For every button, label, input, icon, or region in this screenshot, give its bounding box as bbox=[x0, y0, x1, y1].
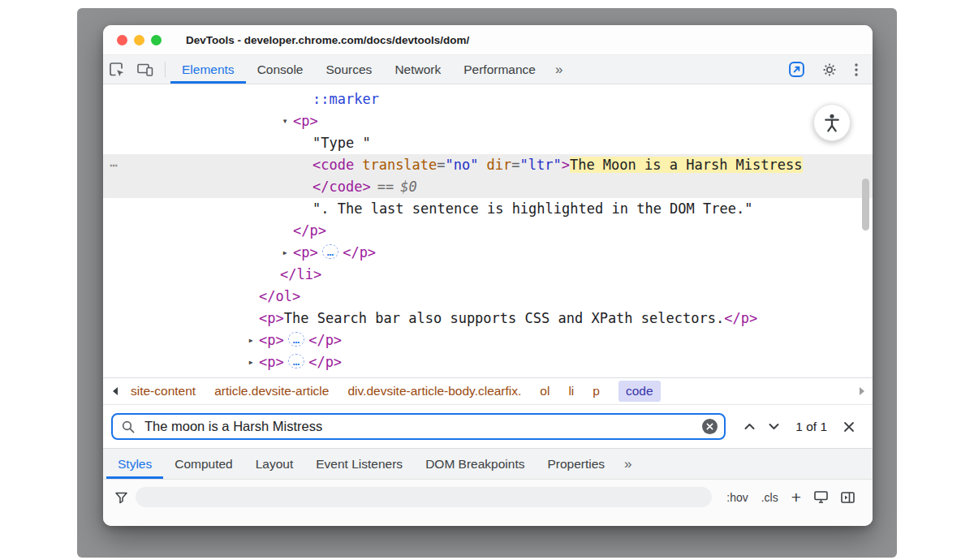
tab-layout[interactable]: Layout bbox=[244, 449, 305, 479]
collapsed-content-ellipsis[interactable]: … bbox=[288, 354, 304, 368]
attribute-name: translate bbox=[362, 157, 437, 173]
scrollbar-thumb[interactable] bbox=[862, 179, 869, 230]
toggle-pseudo-state-button[interactable]: :hov bbox=[720, 491, 754, 504]
dom-tree-line[interactable]: "Type " bbox=[103, 132, 873, 154]
tag-token: </p> bbox=[293, 222, 326, 239]
tab-performance[interactable]: Performance bbox=[452, 55, 547, 84]
dom-tree-line[interactable]: ▸<p>…</p> bbox=[103, 242, 873, 264]
dom-tree-line[interactable]: <p>The Search bar also supports CSS and … bbox=[103, 308, 873, 330]
dom-tree-line[interactable]: ▸<p>…</p> bbox=[103, 330, 873, 351]
filter-funnel-icon[interactable] bbox=[114, 491, 128, 504]
breadcrumb-item[interactable]: p bbox=[593, 384, 600, 398]
tab-dom-breakpoints[interactable]: DOM Breakpoints bbox=[414, 449, 536, 479]
tag-token: > bbox=[562, 157, 570, 173]
collapsed-content-ellipsis[interactable]: … bbox=[288, 332, 304, 347]
breadcrumb-item[interactable]: li bbox=[568, 384, 574, 398]
tag-token: <p> bbox=[293, 113, 318, 129]
pseudo-element-text: ::marker bbox=[312, 91, 379, 107]
dom-tree-line[interactable]: ". The last sentence is highlighted in t… bbox=[103, 198, 873, 220]
tag-token: </ol> bbox=[259, 288, 300, 304]
breadcrumb-item[interactable]: ol bbox=[540, 384, 549, 398]
expand-arrow-icon[interactable]: ▸ bbox=[245, 330, 256, 351]
element-classes-button[interactable]: .cls bbox=[755, 491, 785, 504]
dom-tree-line-selected[interactable]: ⋯<codetranslate="no"dir="ltr">The Moon i… bbox=[103, 154, 873, 176]
search-input-container[interactable] bbox=[111, 413, 726, 440]
breadcrumb-scroll-left-button[interactable] bbox=[108, 378, 122, 404]
breadcrumb-item-code[interactable]: code bbox=[618, 381, 661, 402]
tab-computed[interactable]: Computed bbox=[163, 449, 244, 479]
search-match-count: 1 of 1 bbox=[795, 420, 827, 434]
dom-tree-line[interactable]: ▸<p>…</p> bbox=[103, 351, 873, 373]
clear-x-icon bbox=[706, 423, 713, 430]
arrow-square-icon bbox=[788, 61, 805, 78]
tab-styles[interactable]: Styles bbox=[106, 449, 163, 479]
tab-console[interactable]: Console bbox=[246, 55, 315, 84]
gear-icon bbox=[821, 62, 838, 78]
tag-token: </p> bbox=[308, 354, 342, 370]
zoom-window-button[interactable] bbox=[151, 35, 162, 45]
equals-token: = bbox=[511, 157, 519, 173]
attribute-value: "no" bbox=[446, 157, 479, 173]
find-previous-button[interactable] bbox=[737, 415, 761, 439]
close-window-button[interactable] bbox=[117, 35, 127, 45]
dom-tree-line[interactable]: </p> bbox=[103, 220, 873, 242]
more-tabs-chevron-icon[interactable]: » bbox=[616, 449, 640, 479]
tag-token: <p> bbox=[259, 354, 284, 370]
attribute-name: dir bbox=[487, 157, 512, 173]
accessibility-button[interactable] bbox=[813, 104, 851, 141]
tab-sources[interactable]: Sources bbox=[315, 55, 384, 84]
dom-tree-panel: ::marker ▾<p> "Type " ⋯<codetranslate="n… bbox=[103, 84, 873, 377]
device-toolbar-button[interactable] bbox=[131, 55, 160, 84]
text-node: The Search bar also supports CSS and XPa… bbox=[284, 310, 724, 326]
collapse-arrow-icon[interactable]: ▾ bbox=[279, 110, 291, 132]
status-button[interactable] bbox=[782, 61, 811, 78]
tag-token: </p> bbox=[308, 332, 342, 348]
dom-tree-line[interactable]: </li> bbox=[103, 264, 873, 286]
search-clear-button[interactable] bbox=[702, 419, 718, 434]
inspect-element-button[interactable] bbox=[103, 55, 131, 84]
toolbar-divider bbox=[165, 62, 166, 77]
dom-tree-line[interactable]: </ol> bbox=[103, 286, 873, 308]
sidebar-toggle-icon bbox=[840, 491, 855, 504]
tab-properties[interactable]: Properties bbox=[536, 449, 616, 479]
expand-arrow-icon[interactable]: ▸ bbox=[245, 351, 256, 373]
tag-token: <p> bbox=[259, 332, 284, 348]
breadcrumb-scroll-right-button[interactable] bbox=[855, 378, 869, 404]
collapsed-content-ellipsis[interactable]: … bbox=[322, 244, 338, 259]
search-input[interactable] bbox=[143, 418, 695, 435]
styles-filter-input[interactable] bbox=[136, 487, 712, 507]
more-options-button[interactable] bbox=[848, 62, 864, 78]
toggle-sidebar-button[interactable] bbox=[834, 491, 861, 504]
chevron-left-icon bbox=[111, 386, 119, 396]
dom-tree-line-selected[interactable]: </code>==$0 bbox=[103, 176, 873, 198]
tab-network[interactable]: Network bbox=[383, 55, 452, 84]
breadcrumb-item[interactable]: div.devsite-article-body.clearfix. bbox=[347, 384, 521, 398]
chevron-up-icon bbox=[743, 423, 756, 430]
tag-token: </li> bbox=[280, 266, 321, 282]
tab-event-listeners[interactable]: Event Listeners bbox=[304, 449, 414, 479]
close-icon bbox=[843, 420, 855, 433]
breadcrumb-item[interactable]: article.devsite-article bbox=[214, 384, 329, 398]
dom-search-bar: 1 of 1 bbox=[103, 404, 873, 448]
breadcrumb-item[interactable]: site-content bbox=[131, 384, 196, 398]
sidebar-tabs: Styles Computed Layout Event Listeners D… bbox=[103, 448, 873, 479]
rendering-emulation-button[interactable] bbox=[808, 490, 834, 504]
tag-token: <p> bbox=[293, 244, 318, 261]
dom-tree-line[interactable]: ::marker bbox=[103, 88, 873, 110]
overflow-dots-icon[interactable]: ⋯ bbox=[110, 154, 119, 176]
settings-button[interactable] bbox=[816, 62, 843, 78]
find-next-button[interactable] bbox=[761, 415, 786, 439]
tab-elements[interactable]: Elements bbox=[170, 55, 246, 84]
minimize-window-button[interactable] bbox=[134, 35, 144, 45]
search-icon bbox=[121, 420, 136, 434]
new-style-rule-button[interactable]: + bbox=[785, 489, 808, 506]
attribute-value: "ltr" bbox=[519, 157, 561, 173]
titlebar: DevTools - developer.chrome.com/docs/dev… bbox=[103, 25, 873, 55]
search-close-button[interactable] bbox=[837, 415, 861, 439]
dom-tree-line[interactable]: ▾<p> bbox=[103, 110, 873, 132]
tag-token: <p> bbox=[259, 310, 284, 326]
text-node: "Type " bbox=[312, 135, 371, 151]
expand-arrow-icon[interactable]: ▸ bbox=[279, 242, 291, 264]
toolbar-right-cluster bbox=[782, 55, 873, 84]
more-panels-chevron-icon[interactable]: » bbox=[547, 55, 571, 84]
